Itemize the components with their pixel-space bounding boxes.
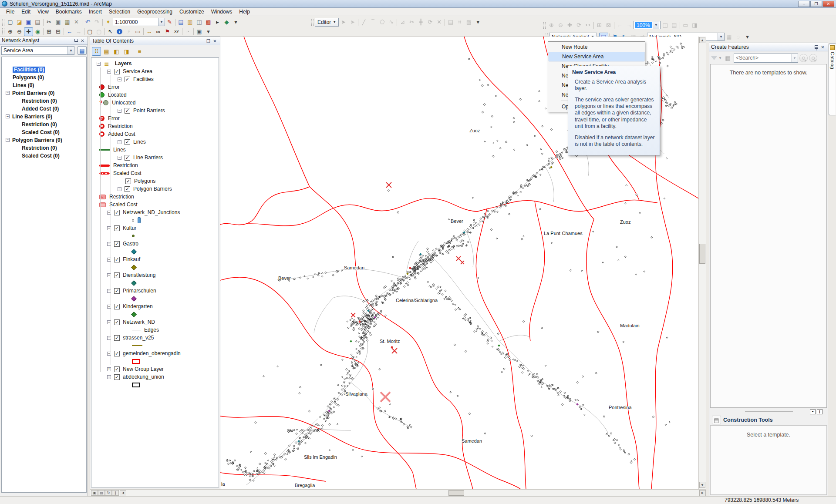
menu-help[interactable]: Help: [236, 8, 253, 16]
resize-section-icon[interactable]: ❙: [817, 409, 823, 414]
na-class-restriction-0-[interactable]: Restriction (0): [22, 97, 57, 104]
organize-templates-icon[interactable]: ▦: [723, 54, 732, 62]
menu-geoprocessing[interactable]: Geoprocessing: [134, 8, 176, 16]
menu-selection[interactable]: Selection: [105, 8, 134, 16]
icon-print[interactable]: ▤: [33, 18, 42, 27]
menu-customize[interactable]: Customize: [176, 8, 208, 16]
refresh-view-icon[interactable]: ↻: [105, 490, 112, 496]
icon-find-route[interactable]: ⚑: [163, 27, 172, 36]
icon-sketch-properties[interactable]: ⌗: [455, 18, 464, 27]
layer-visibility-checkbox[interactable]: ✓: [125, 186, 130, 192]
icon-zoom-out[interactable]: ⊖: [15, 27, 24, 36]
maximize-button[interactable]: ❐: [810, 1, 822, 7]
layer-visibility-checkbox[interactable]: ✓: [114, 335, 120, 341]
icon-find[interactable]: ∞: [154, 27, 163, 36]
layer-layers[interactable]: −≣Layers: [91, 60, 218, 67]
catalog-tab[interactable]: Catalog: [829, 44, 836, 115]
icon-layout-back[interactable]: ←: [615, 21, 624, 30]
icon-fixed-zoom-in[interactable]: ⊞: [44, 27, 54, 36]
toc-tree[interactable]: −≣Layers−✓Service Area−✓FacilitiesErrorL…: [91, 57, 219, 487]
menu-view[interactable]: View: [34, 8, 52, 16]
icon-save[interactable]: ▣: [24, 18, 33, 27]
template-search-input[interactable]: <Search> ▼: [734, 54, 798, 63]
analysis-layer-combo[interactable]: Service Area ▼: [1, 46, 74, 55]
icon-reshape[interactable]: ⊿: [398, 18, 407, 27]
chevron-down-icon[interactable]: ▼: [718, 33, 724, 40]
icon-viewer-window[interactable]: ▣: [195, 27, 204, 36]
scroll-up-icon[interactable]: ▲: [699, 37, 705, 43]
icon-back[interactable]: ←: [65, 27, 74, 36]
na-class-restriction-0-[interactable]: Restriction (0): [22, 121, 57, 128]
close-icon[interactable]: ✕: [819, 44, 826, 50]
icon-paste[interactable]: ▦: [63, 18, 72, 27]
icon-full-extent[interactable]: ◉: [33, 27, 42, 36]
collapse-icon[interactable]: −: [118, 77, 121, 81]
layout-view-button[interactable]: ▤: [98, 490, 105, 496]
toolbar-grip[interactable]: [2, 19, 4, 26]
icon-go-to-xy[interactable]: XY: [172, 27, 181, 36]
icon-layout-whole-page[interactable]: ⟳: [574, 21, 583, 30]
icon-list-selection[interactable]: ◨: [122, 47, 131, 56]
toolbar-grip[interactable]: [2, 28, 4, 35]
collapse-icon[interactable]: −: [118, 109, 121, 113]
panel-splitter[interactable]: ⏷ ❙: [710, 409, 827, 415]
collapse-icon[interactable]: −: [97, 62, 101, 66]
layer-visibility-checkbox[interactable]: ✓: [125, 178, 131, 184]
collapse-section-icon[interactable]: ⏷: [810, 409, 816, 414]
layer-visibility-checkbox[interactable]: ✓: [114, 69, 120, 74]
layer-visibility-checkbox[interactable]: ✓: [125, 155, 130, 161]
icon-toc-window[interactable]: ▤: [176, 18, 185, 27]
map-horizontal-scrollbar[interactable]: ▣ ▤ ↻ ∥ ◄ ►: [90, 489, 706, 496]
icon-toc-options[interactable]: ≡: [135, 47, 144, 56]
editor-menu-button[interactable]: Editor▼: [315, 18, 339, 27]
icon-new[interactable]: ▢: [6, 18, 15, 27]
na-class-scaled-cost-0-[interactable]: Scaled Cost (0): [22, 128, 60, 136]
pin-icon[interactable]: [813, 44, 819, 50]
title-bar[interactable]: Schulen_Versorgung_151126.mxd - ArcMap –…: [0, 0, 836, 8]
icon-sketch-line[interactable]: ╱: [359, 18, 368, 27]
collapse-icon[interactable]: −: [118, 140, 121, 144]
collapse-icon[interactable]: −: [118, 187, 121, 191]
icon-network-identify[interactable]: ▦: [725, 33, 734, 41]
close-button[interactable]: ✕: [823, 1, 834, 7]
icon-layout-zoom-out[interactable]: ⊖: [556, 21, 565, 30]
chevron-down-icon[interactable]: ▼: [653, 21, 659, 29]
icon-attributes[interactable]: ▤: [446, 18, 455, 27]
icon-sketch-polygon[interactable]: ⬠: [378, 18, 387, 27]
icon-sketch-arc[interactable]: ⌒: [368, 18, 378, 27]
layout-zoom-combo[interactable]: 100%▼: [634, 21, 661, 29]
icon-split[interactable]: ╋: [416, 18, 425, 27]
icon-clear-selection[interactable]: ▢: [94, 27, 104, 36]
pin-icon[interactable]: [73, 37, 79, 44]
collapse-icon[interactable]: −: [107, 375, 111, 379]
data-view-button[interactable]: ▣: [91, 490, 98, 496]
minimize-button[interactable]: –: [798, 1, 810, 7]
na-class-polygon-barriers-0-[interactable]: −Polygon Barriers (0): [6, 136, 62, 144]
icon-zoom-in[interactable]: ⊕: [6, 27, 15, 36]
search-icon[interactable]: [799, 54, 808, 62]
icon-time-slider[interactable]: ◔: [183, 27, 192, 36]
network-analyst-panel-header[interactable]: Network Analyst ✕: [0, 37, 88, 45]
layer-visibility-checkbox[interactable]: ✓: [114, 241, 120, 247]
layer-visibility-checkbox[interactable]: ✓: [114, 319, 120, 325]
icon-python-window[interactable]: ▸: [213, 18, 222, 27]
map-scale-combo[interactable]: 1:100'000▼: [113, 18, 165, 26]
icon-network-build[interactable]: ◌: [734, 33, 743, 41]
icon-ovf[interactable]: ▾: [204, 27, 213, 36]
icon-copy[interactable]: ▣: [54, 18, 63, 27]
layer-visibility-checkbox[interactable]: ✓: [114, 225, 120, 231]
icon-list-drawing-order[interactable]: ⠿: [92, 47, 101, 56]
na-class-scaled-cost-0-[interactable]: Scaled Cost (0): [22, 152, 60, 159]
icon-catalog-window[interactable]: ▥: [185, 18, 195, 27]
na-window-button[interactable]: ▤: [78, 46, 87, 55]
icon-rotate[interactable]: ⟳: [425, 18, 435, 27]
collapse-icon[interactable]: −: [6, 114, 10, 118]
menu-windows[interactable]: Windows: [208, 8, 236, 16]
na-class-facilities-0-[interactable]: Facilities (0): [6, 66, 45, 73]
icon-layout-pan[interactable]: ✚: [565, 21, 574, 30]
icon-ovf[interactable]: ▾: [231, 18, 240, 27]
scroll-down-icon[interactable]: ▼: [699, 482, 705, 488]
icon-identify[interactable]: i: [115, 27, 124, 36]
na-class-line-barriers-0-[interactable]: −Line Barriers (0): [6, 113, 52, 120]
scroll-right-icon[interactable]: ►: [699, 490, 706, 496]
